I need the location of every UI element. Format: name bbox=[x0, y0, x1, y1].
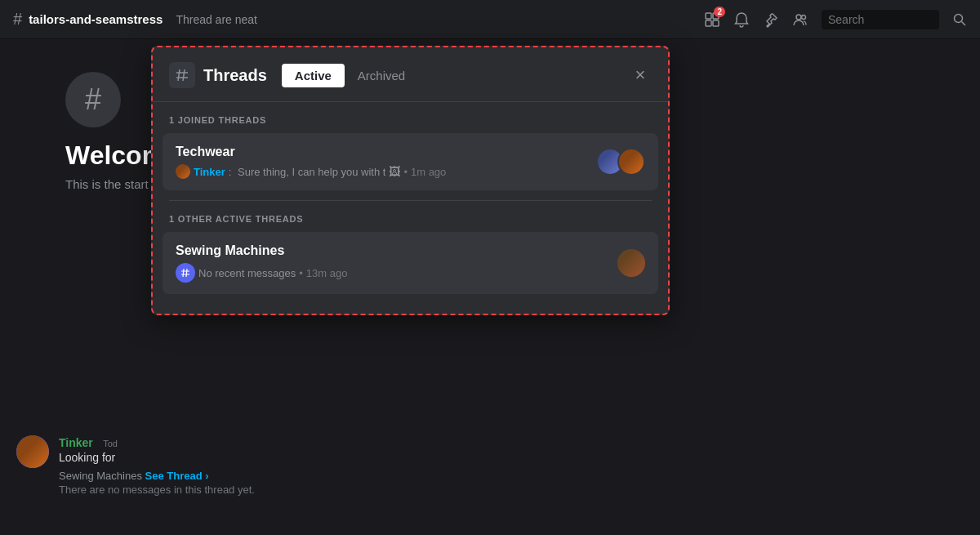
channel-hash-large: # bbox=[85, 82, 101, 117]
sewing-card-avatars bbox=[617, 249, 645, 277]
preview-time2: 13m ago bbox=[306, 267, 348, 279]
thread-techwear-title: Techwear bbox=[176, 145, 586, 159]
panel-header: Threads Active Archived × bbox=[153, 47, 668, 102]
pin-icon bbox=[763, 11, 779, 28]
thread-card-avatars bbox=[596, 148, 645, 176]
thread-sewing-preview: No recent messages • 13m ago bbox=[176, 263, 608, 283]
section-divider bbox=[169, 200, 652, 201]
message-area: Tinker Tod Looking for Sewing Machines S… bbox=[16, 435, 964, 509]
search-icon bbox=[952, 12, 967, 27]
threads-button[interactable]: 2 bbox=[704, 11, 720, 28]
channel-large-icon: # bbox=[65, 72, 121, 127]
thread-reply: Sewing Machines See Thread › bbox=[59, 470, 964, 482]
channel-hash-icon: # bbox=[13, 10, 22, 29]
section2-label: 1 OTHER ACTIVE THREADS bbox=[153, 214, 668, 232]
svg-line-10 bbox=[178, 69, 180, 81]
svg-rect-3 bbox=[713, 20, 719, 26]
thread-card-techwear[interactable]: Techwear Tinker: Sure thing, I can help … bbox=[163, 133, 658, 190]
message-time: Tod bbox=[103, 439, 118, 448]
tab-archived[interactable]: Archived bbox=[345, 64, 418, 87]
thread-card-sewing-content: Sewing Machines No recent messages • bbox=[176, 243, 608, 283]
panel-body: 1 JOINED THREADS Techwear Tinker: Sure t… bbox=[153, 102, 668, 314]
threads-badge: 2 bbox=[714, 7, 725, 17]
channel-name: tailors-and-seamstress bbox=[29, 12, 163, 26]
svg-line-11 bbox=[183, 69, 185, 81]
svg-line-7 bbox=[962, 21, 966, 25]
message-item: Tinker Tod Looking for Sewing Machines S… bbox=[16, 435, 964, 496]
svg-point-5 bbox=[802, 15, 806, 19]
members-button[interactable] bbox=[792, 11, 808, 28]
see-thread-link[interactable]: See Thread › bbox=[145, 470, 209, 482]
avatar bbox=[16, 435, 49, 468]
preview-dot-2: • bbox=[299, 267, 303, 279]
panel-title: Threads bbox=[203, 66, 267, 85]
panel-hash-svg bbox=[175, 68, 189, 82]
preview-message-text: Sure thing, I can help you with t bbox=[238, 166, 385, 178]
panel-hash-icon bbox=[169, 62, 195, 88]
svg-line-14 bbox=[183, 269, 184, 277]
members-icon bbox=[792, 11, 808, 28]
topbar: # tailors-and-seamstress Thread are neat… bbox=[0, 0, 980, 39]
sewing-no-messages: No recent messages bbox=[198, 267, 296, 279]
threads-panel: Threads Active Archived × 1 JOINED THREA… bbox=[151, 46, 670, 315]
small-hash-svg bbox=[180, 268, 190, 278]
message-header: Tinker Tod bbox=[59, 435, 964, 450]
thread-sub: There are no messages in this thread yet… bbox=[59, 484, 964, 496]
message-content: Tinker Tod Looking for Sewing Machines S… bbox=[59, 435, 964, 496]
channel-description: Thread are neat bbox=[176, 13, 704, 26]
topbar-right-actions: 2 bbox=[704, 10, 967, 29]
search-input[interactable] bbox=[822, 10, 939, 29]
search-icon-btn[interactable] bbox=[952, 12, 967, 27]
avatar-stack bbox=[596, 148, 645, 176]
card-avatar-2 bbox=[617, 148, 645, 176]
image-icon: 🖼 bbox=[389, 165, 400, 178]
main-content: # Welcome This is the start of t Tinker … bbox=[0, 39, 980, 535]
thread-techwear-preview: Tinker: Sure thing, I can help you with … bbox=[176, 164, 586, 179]
message-author: Tinker bbox=[59, 436, 93, 449]
thread-sewing-title: Sewing Machines bbox=[176, 243, 608, 258]
svg-rect-0 bbox=[706, 13, 711, 19]
hash-small-icon bbox=[176, 263, 195, 283]
section1-label: 1 JOINED THREADS bbox=[153, 115, 668, 133]
avatar-image bbox=[16, 435, 49, 468]
preview-dot: • bbox=[403, 166, 408, 178]
tab-active[interactable]: Active bbox=[282, 64, 345, 87]
tab-group: Active Archived bbox=[282, 64, 418, 87]
thread-name: Sewing Machines bbox=[59, 470, 142, 482]
preview-author: Tinker bbox=[194, 166, 225, 178]
thread-card-techwear-content: Techwear Tinker: Sure thing, I can help … bbox=[176, 145, 586, 179]
preview-avatar-tinker bbox=[176, 164, 190, 179]
preview-colon: : bbox=[229, 166, 234, 178]
sewing-avatar bbox=[617, 249, 645, 277]
message-text: Looking for bbox=[59, 450, 964, 466]
svg-rect-2 bbox=[706, 20, 711, 26]
bell-icon bbox=[733, 11, 750, 28]
preview-time1: 1m ago bbox=[411, 166, 446, 178]
svg-line-15 bbox=[186, 269, 187, 277]
svg-point-4 bbox=[796, 15, 801, 20]
thread-card-sewing[interactable]: Sewing Machines No recent messages • bbox=[163, 232, 658, 294]
svg-point-6 bbox=[955, 14, 963, 22]
notifications-button[interactable] bbox=[733, 11, 750, 28]
pinned-button[interactable] bbox=[763, 11, 779, 28]
close-button[interactable]: × bbox=[629, 64, 652, 87]
